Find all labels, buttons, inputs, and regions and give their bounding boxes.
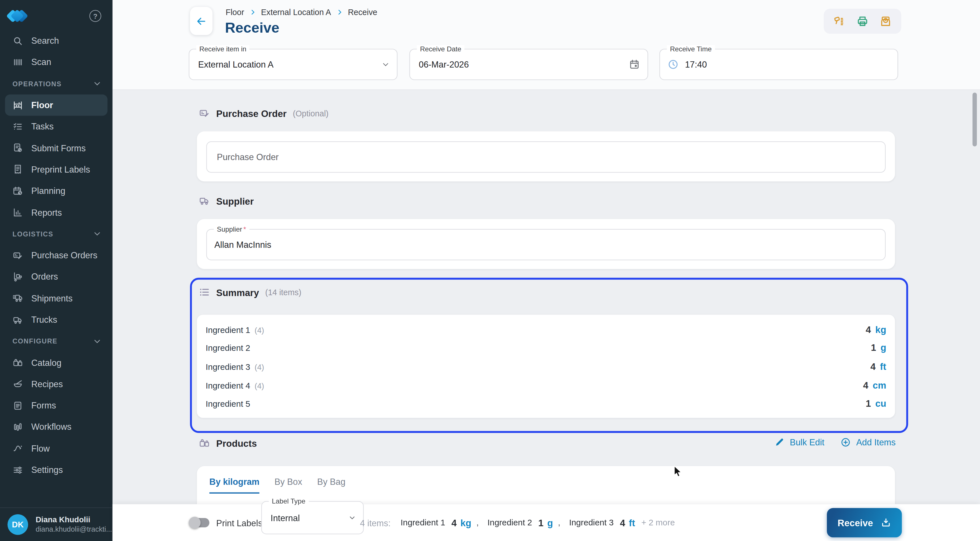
summary-row[interactable]: Ingredient 4(4) 4cm <box>197 376 895 394</box>
sidebar-item-label: Tasks <box>31 121 54 131</box>
sidebar-item-submit-forms[interactable]: Submit Forms <box>0 137 113 159</box>
breadcrumb-item-floor[interactable]: Floor <box>226 7 244 17</box>
sidebar-item-reports[interactable]: Reports <box>0 202 113 223</box>
sidebar-item-trucks[interactable]: Trucks <box>0 309 113 331</box>
user-info: Diana Khudolii diana.khudolii@trackti... <box>36 515 112 534</box>
label-type-select[interactable]: Label Type Internal <box>261 501 364 534</box>
summary-row[interactable]: Ingredient 1(4) 4kg <box>197 320 895 338</box>
summary-row[interactable]: Ingredient 2 1g <box>197 339 895 357</box>
calendar-icon[interactable] <box>628 59 640 70</box>
summary-card: Ingredient 1(4) 4kg Ingredient 2 1g Ingr… <box>197 315 895 418</box>
tab-by-box[interactable]: By Box <box>275 477 302 494</box>
printer-icon[interactable] <box>856 15 869 27</box>
sidebar-section-logistics[interactable]: LOGISTICS <box>0 223 113 245</box>
back-button[interactable] <box>190 7 212 35</box>
print-labels-label: Print Labels <box>216 504 262 541</box>
flow-curve-icon <box>13 443 23 453</box>
sidebar-item-planning[interactable]: Planning <box>0 180 113 202</box>
receive-item-in-select[interactable]: Receive item in External Location A <box>189 49 398 80</box>
products-section-header: Products <box>199 437 257 449</box>
sidebar-item-forms[interactable]: Forms <box>0 395 113 417</box>
more-items-link[interactable]: + 2 more <box>641 518 675 527</box>
checklist-icon <box>13 121 23 132</box>
supplier-input[interactable]: Supplier* Allan MacInnis <box>206 229 886 260</box>
mortar-bowl-icon <box>13 379 23 389</box>
main-area: Floor External Location A Receive Receiv… <box>113 0 980 541</box>
sidebar-item-flow[interactable]: Flow <box>0 438 113 459</box>
sidebar-item-label: Recipes <box>31 379 63 389</box>
sidebar-section-configure[interactable]: CONFIGURE <box>0 330 113 352</box>
sidebar-item-label: Settings <box>31 465 63 475</box>
barcode-scanner-icon[interactable] <box>833 15 846 27</box>
hand-truck-icon <box>13 271 23 282</box>
sidebar-item-shipments[interactable]: Shipments <box>0 287 113 309</box>
sidebar-item-catalog[interactable]: Catalog <box>0 352 113 373</box>
breadcrumb-chevron-icon <box>249 9 256 16</box>
shopping-bags-icon <box>199 437 210 449</box>
sidebar-item-label: Preprint Labels <box>31 164 90 175</box>
breadcrumb: Floor External Location A Receive <box>226 7 377 17</box>
field-value: External Location A <box>198 49 274 80</box>
help-glyph: ? <box>93 12 97 19</box>
sidebar-item-label: Scan <box>31 57 51 67</box>
bulk-edit-label: Bulk Edit <box>790 437 824 447</box>
bulk-edit-button[interactable]: Bulk Edit <box>774 437 824 447</box>
sidebar-section-operations[interactable]: OPERATIONS <box>0 73 113 94</box>
section-label: LOGISTICS <box>13 230 53 238</box>
sidebar-nav: Search Scan OPERATIONS Floor Tasks Submi… <box>0 30 113 480</box>
user-profile[interactable]: DK Diana Khudolii diana.khudolii@trackti… <box>0 507 113 541</box>
sidebar-item-label: Submit Forms <box>31 143 86 153</box>
tab-by-bag[interactable]: By Bag <box>317 477 345 494</box>
sidebar-item-purchase-orders[interactable]: Purchase Orders <box>0 245 113 266</box>
shopping-bags-icon <box>13 357 23 368</box>
summary-row[interactable]: Ingredient 3(4) 4ft <box>197 357 895 376</box>
purchase-order-placeholder: Purchase Order <box>217 142 279 172</box>
sidebar: ? Search Scan OPERATIONS Floor Tasks <box>0 0 113 541</box>
summary-row[interactable]: Ingredient 5 1cu <box>197 394 895 413</box>
add-items-button[interactable]: Add Items <box>840 437 896 447</box>
user-name: Diana Khudolii <box>36 515 112 525</box>
sidebar-item-floor[interactable]: Floor <box>5 94 107 116</box>
supplier-section-header: Supplier <box>199 195 254 207</box>
shelf-icon <box>13 100 23 110</box>
receive-date-input[interactable]: Receive Date 06-Mar-2026 <box>409 49 648 80</box>
item-qty: 4 <box>452 517 457 528</box>
truck-icon <box>13 314 23 325</box>
bar-chart-icon <box>13 207 23 218</box>
summary-section-header: Summary (14 items) <box>199 286 301 298</box>
chevron-down-icon <box>349 514 356 521</box>
print-labels-toggle[interactable] <box>191 518 209 527</box>
breadcrumb-item-location[interactable]: External Location A <box>261 7 331 17</box>
ingredient-quantity: 1cu <box>866 398 886 409</box>
field-value: Allan MacInnis <box>215 230 271 260</box>
item-unit: kg <box>460 517 472 528</box>
sidebar-item-label: Purchase Orders <box>31 251 97 260</box>
sidebar-item-label: Reports <box>31 207 62 217</box>
separator: , <box>558 518 560 527</box>
receive-button[interactable]: Receive <box>827 508 902 538</box>
sidebar-item-settings[interactable]: Settings <box>0 459 113 481</box>
vertical-scrollbar[interactable] <box>973 93 977 147</box>
tab-by-kilogram[interactable]: By kilogram <box>209 477 259 494</box>
scale-icon[interactable] <box>879 15 892 27</box>
receive-time-input[interactable]: Receive Time 17:40 <box>659 49 898 80</box>
clock-icon <box>668 59 679 70</box>
sidebar-item-workflows[interactable]: Workflows <box>0 416 113 438</box>
sidebar-item-search[interactable]: Search <box>0 30 113 52</box>
sidebar-item-scan[interactable]: Scan <box>0 51 113 73</box>
help-icon[interactable]: ? <box>89 10 101 22</box>
sidebar-item-preprint-labels[interactable]: Preprint Labels <box>0 159 113 180</box>
item-name: Ingredient 3 <box>569 518 614 527</box>
ingredient-name: Ingredient 1(4) <box>205 324 264 335</box>
purchase-order-input[interactable]: Purchase Order <box>206 141 886 172</box>
section-title: Products <box>216 438 257 448</box>
sidebar-item-tasks[interactable]: Tasks <box>0 116 113 137</box>
chevron-down-icon <box>93 230 101 238</box>
sidebar-item-label: Floor <box>31 100 53 110</box>
sidebar-item-label: Trucks <box>31 315 57 325</box>
app-logo-icon[interactable] <box>8 6 30 25</box>
sidebar-item-orders[interactable]: Orders <box>0 266 113 287</box>
sidebar-item-recipes[interactable]: Recipes <box>0 373 113 395</box>
invoice-pen-icon <box>13 250 23 260</box>
item-qty: 1 <box>538 517 543 528</box>
